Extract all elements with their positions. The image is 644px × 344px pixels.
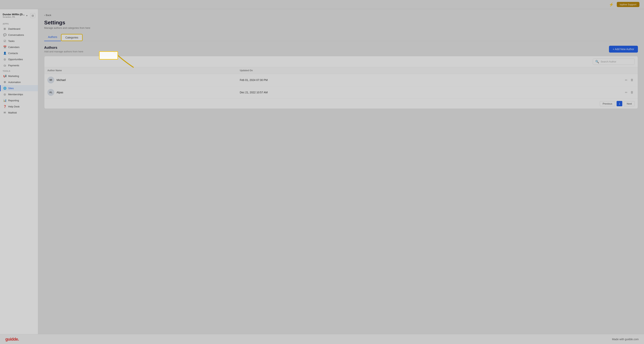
- col-actions: [504, 67, 638, 74]
- workspace-chevron-icon: ▾: [26, 14, 28, 17]
- sidebar-item-payments[interactable]: 🗂 Payments: [0, 62, 38, 68]
- tasks-icon: ☑: [3, 40, 6, 42]
- bottom-bar: guidde. Made with guidde.com: [0, 334, 644, 344]
- tabs-container: Authors Categories: [44, 34, 638, 41]
- sidebar-item-opportunities[interactable]: ◎ Opportunities: [0, 56, 38, 62]
- back-chevron-icon: ‹: [44, 14, 45, 16]
- delete-author-button[interactable]: 🗑: [629, 78, 635, 82]
- main-layout: Dunder Mifflin [D... Scranton, PA ▾ ⊟ Ap…: [0, 9, 644, 334]
- workspace-location: Scranton, PA: [3, 16, 25, 18]
- support-button[interactable]: topline Support: [617, 2, 640, 7]
- sidebar-item-reporting[interactable]: 📊 Reporting: [0, 97, 38, 104]
- sidebar-item-tasks[interactable]: ☑ Tasks: [0, 38, 38, 44]
- author-name: Michael: [56, 78, 66, 82]
- tools-section-label: Tools: [0, 68, 38, 73]
- pagination: Previous 1 Next: [44, 98, 638, 108]
- sidebar: Dunder Mifflin [D... Scranton, PA ▾ ⊟ Ap…: [0, 9, 38, 334]
- author-actions-cell: ✏ 🗑: [504, 86, 638, 99]
- edit-author-button[interactable]: ✏: [624, 90, 628, 95]
- made-with-tagline: Made with guidde.com: [612, 338, 639, 341]
- sidebar-toggle-button[interactable]: ⊟: [30, 13, 35, 18]
- back-link[interactable]: ‹ Back: [44, 14, 638, 16]
- section-description: Add and manage authors from here: [44, 50, 83, 53]
- contacts-icon: 👤: [3, 52, 6, 55]
- delete-author-button[interactable]: 🗑: [629, 90, 635, 95]
- workspace-selector[interactable]: Dunder Mifflin [D... Scranton, PA ▾ ⊟: [0, 12, 38, 20]
- content-area: ‹ Back Settings Manage authors and categ…: [38, 9, 644, 334]
- author-updated-cell: Dec 21, 2022 10:57 AM: [237, 86, 504, 99]
- guidde-logo: guidde.: [5, 337, 19, 342]
- table-toolbar: 🔍: [44, 56, 638, 67]
- sidebar-item-label: Reporting: [8, 99, 19, 102]
- sidebar-item-label: Help Desk: [8, 105, 20, 108]
- authors-table-container: 🔍 Author Name Updated On: [44, 56, 638, 109]
- sidebar-item-sites[interactable]: 🌐 Sites: [0, 85, 38, 91]
- col-updated-on: Updated On: [237, 67, 504, 74]
- search-author-input[interactable]: [600, 60, 632, 63]
- page-subtitle: Manage authors and categories from here: [44, 26, 638, 29]
- next-button[interactable]: Next: [624, 101, 635, 106]
- sites-icon: 🌐: [3, 87, 6, 90]
- table-row: MI Michael Feb 01, 2024 07:30 PM ✏ 🗑: [44, 74, 638, 86]
- apps-section-label: Apps: [0, 21, 38, 26]
- author-avatar: AL: [48, 89, 54, 96]
- lightning-icon: ⚡: [609, 2, 614, 7]
- sidebar-item-label: Conversations: [8, 34, 24, 36]
- previous-button[interactable]: Previous: [600, 101, 615, 106]
- author-updated-cell: Feb 01, 2024 07:30 PM: [237, 74, 504, 86]
- search-wrapper: 🔍: [593, 58, 635, 65]
- reporting-icon: 📊: [3, 99, 6, 102]
- search-icon: 🔍: [595, 60, 599, 64]
- tab-categories[interactable]: Categories: [61, 34, 83, 41]
- marketing-icon: 📢: [3, 74, 6, 78]
- table-header: Author Name Updated On: [44, 67, 638, 74]
- sidebar-item-mailfold[interactable]: ✉ Mailfold: [0, 110, 38, 116]
- author-name-cell: AL Alpas: [44, 86, 237, 99]
- workspace-info: Dunder Mifflin [D... Scranton, PA: [3, 13, 25, 18]
- opportunities-icon: ◎: [3, 58, 6, 61]
- helpdesk-icon: ❓: [3, 105, 6, 108]
- sidebar-item-dashboard[interactable]: ⊞ Dashboard: [0, 26, 38, 32]
- sidebar-item-label: Memberships: [8, 93, 23, 96]
- sidebar-item-label: Mailfold: [8, 111, 17, 114]
- section-title: Authors: [44, 46, 83, 50]
- page-title: Settings: [44, 20, 638, 26]
- sidebar-item-label: Contacts: [8, 52, 18, 55]
- sidebar-item-label: Tasks: [8, 40, 14, 42]
- sidebar-item-calendars[interactable]: 📅 Calendars: [0, 44, 38, 50]
- tab-authors[interactable]: Authors: [44, 34, 61, 41]
- memberships-icon: ◎: [3, 93, 6, 96]
- mailfold-icon: ✉: [3, 111, 6, 114]
- sidebar-item-label: Marketing: [8, 75, 19, 78]
- section-info: Authors Add and manage authors from here: [44, 46, 83, 53]
- sidebar-item-label: Opportunities: [8, 58, 23, 61]
- edit-author-button[interactable]: ✏: [624, 78, 628, 83]
- table-row: AL Alpas Dec 21, 2022 10:57 AM ✏ 🗑: [44, 86, 638, 99]
- sidebar-item-label: Payments: [8, 64, 19, 67]
- table-body: MI Michael Feb 01, 2024 07:30 PM ✏ 🗑: [44, 74, 638, 99]
- page-number[interactable]: 1: [616, 101, 622, 106]
- add-new-author-button[interactable]: + Add New Author: [609, 46, 638, 52]
- workspace-name: Dunder Mifflin [D...: [3, 13, 25, 16]
- sidebar-item-label: Dashboard: [8, 28, 20, 30]
- col-author-name: Author Name: [44, 67, 237, 74]
- sidebar-item-label: Sites: [8, 87, 14, 90]
- author-actions-cell: ✏ 🗑: [504, 74, 638, 86]
- author-name: Alpas: [56, 91, 63, 94]
- sidebar-item-label: Calendars: [8, 46, 20, 48]
- sidebar-item-memberships[interactable]: ◎ Memberships: [0, 91, 38, 97]
- topbar: ⚡ topline Support: [0, 0, 644, 9]
- author-avatar: MI: [48, 76, 54, 84]
- sidebar-item-contacts[interactable]: 👤 Contacts: [0, 50, 38, 56]
- sidebar-item-automation[interactable]: ⚙ Automation: [0, 79, 38, 85]
- back-label: Back: [46, 14, 51, 16]
- sidebar-item-marketing[interactable]: 📢 Marketing: [0, 73, 38, 79]
- calendars-icon: 📅: [3, 46, 6, 48]
- payments-icon: 🗂: [3, 64, 6, 67]
- sidebar-item-helpdesk[interactable]: ❓ Help Desk: [0, 104, 38, 110]
- conversations-icon: 💬: [3, 33, 6, 36]
- sidebar-item-label: Automation: [8, 81, 21, 84]
- section-header: Authors Add and manage authors from here…: [44, 46, 638, 53]
- sidebar-item-conversations[interactable]: 💬 Conversations: [0, 32, 38, 38]
- dashboard-icon: ⊞: [3, 27, 6, 30]
